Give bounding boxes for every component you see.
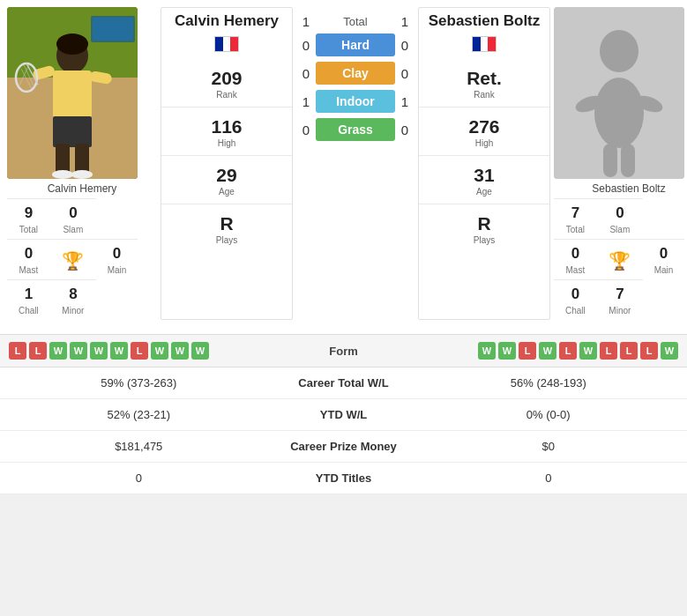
clay-button[interactable]: Clay — [316, 62, 395, 85]
form-badge-w: W — [171, 342, 189, 360]
career-prize-label: Career Prize Money — [265, 440, 423, 453]
career-wl-row: 59% (373-263) Career Total W/L 56% (248-… — [0, 367, 687, 399]
career-prize-p2: $0 — [423, 440, 675, 453]
grass-button[interactable]: Grass — [316, 118, 395, 141]
player2-stats-panel: Sebastien Boltz Ret. Rank 276 High 31 Ag… — [418, 7, 550, 320]
player1-photo-column: Calvin Hemery 9 Total 0 Slam 0 Mast — [7, 7, 157, 320]
grass-row: 0 Grass 0 — [296, 118, 414, 141]
player2-chall-minor-row: 0 Chall 7 Minor — [554, 280, 684, 321]
svg-rect-4 — [93, 18, 133, 41]
player1-slam-cell: 0 Slam — [50, 199, 96, 240]
player1-total-cell: 9 Total — [7, 199, 50, 240]
player2-high-block: 276 High — [419, 108, 549, 156]
indoor-button[interactable]: Indoor — [316, 90, 395, 113]
player1-rank-label: Rank — [216, 90, 236, 100]
player1-chall-minor-row: 1 Chall 8 Minor — [7, 280, 138, 321]
player1-stats-panel: Calvin Hemery 209 Rank 116 High 29 Age R… — [161, 7, 293, 320]
player2-stats-table: 7 Total 0 Slam 0 Mast 🏆 0 Main — [554, 198, 684, 320]
player1-photo — [7, 7, 138, 179]
form-badge-w: W — [151, 342, 168, 360]
player2-plays-block: R Plays — [419, 204, 549, 252]
player1-age-label: Age — [219, 187, 235, 197]
form-badge-w: W — [110, 342, 128, 360]
player2-flag — [472, 36, 497, 52]
player2-slam-cell: 0 Slam — [597, 199, 643, 240]
player2-rank-block: Ret. Rank — [419, 59, 549, 108]
player1-main-cell: 0 Main — [96, 240, 138, 280]
hard-score-p1: 0 — [296, 38, 316, 53]
player1-age-value: 29 — [216, 165, 236, 186]
player2-mast-main-row: 0 Mast 🏆 0 Main — [554, 240, 684, 280]
player1-high-label: High — [218, 138, 236, 148]
total-row: 1 Total 1 — [296, 7, 414, 31]
form-badge-w: W — [90, 342, 108, 360]
form-badge-w: W — [579, 342, 597, 360]
player2-age-label: Age — [476, 187, 492, 197]
player2-rank-label: Rank — [474, 90, 494, 100]
top-section: Calvin Hemery 9 Total 0 Slam 0 Mast — [0, 0, 687, 327]
form-badge-l: L — [29, 342, 47, 360]
career-prize-row: $181,475 Career Prize Money $0 — [0, 431, 687, 463]
form-badge-w: W — [70, 342, 87, 360]
form-badge-w: W — [191, 342, 209, 360]
form-badge-l: L — [9, 342, 26, 360]
clay-score-p2: 0 — [395, 66, 414, 81]
stats-rows: 59% (373-263) Career Total W/L 56% (248-… — [0, 367, 687, 494]
form-badge-w: W — [539, 342, 556, 360]
ytd-titles-p1: 0 — [13, 471, 265, 485]
grass-score-p1: 0 — [296, 122, 316, 137]
ytd-wl-p2: 0% (0-0) — [423, 408, 675, 421]
main-container: Calvin Hemery 9 Total 0 Slam 0 Mast — [0, 0, 687, 494]
ytd-titles-label: YTD Titles — [265, 471, 423, 485]
indoor-row: 1 Indoor 1 — [296, 90, 414, 113]
hard-row: 0 Hard 0 — [296, 33, 414, 56]
player1-plays-value: R — [220, 213, 233, 234]
player2-age-block: 31 Age — [419, 156, 549, 204]
player1-rank-block: 209 Rank — [161, 59, 292, 108]
clay-score-p1: 0 — [296, 66, 316, 81]
player1-total-slam-row: 9 Total 0 Slam — [7, 199, 138, 240]
player2-rank-value: Ret. — [467, 68, 502, 89]
career-wl-label: Career Total W/L — [265, 376, 423, 390]
player2-trophy-icon: 🏆 — [609, 251, 631, 271]
indoor-score-p2: 1 — [395, 94, 414, 109]
career-wl-p1: 59% (373-263) — [13, 376, 265, 390]
total-label: Total — [316, 15, 395, 28]
player2-photo — [554, 7, 684, 179]
player2-flag-box — [419, 36, 549, 52]
player2-high-value: 276 — [468, 116, 499, 137]
form-badge-w: W — [498, 342, 516, 360]
career-prize-p1: $181,475 — [13, 440, 265, 453]
form-badge-w: W — [661, 342, 678, 360]
ytd-wl-label: YTD W/L — [265, 408, 423, 421]
player1-high-block: 116 High — [161, 108, 292, 156]
player2-full-name: Sebastien Boltz — [419, 8, 549, 33]
player1-full-name: Calvin Hemery — [161, 8, 292, 33]
player1-chall-cell: 1 Chall — [7, 280, 50, 321]
player2-photo-svg — [554, 7, 684, 179]
svg-point-14 — [71, 170, 93, 179]
player2-total-cell: 7 Total — [554, 199, 597, 240]
player1-photo-svg — [7, 7, 138, 179]
svg-rect-10 — [53, 116, 92, 147]
clay-row: 0 Clay 0 — [296, 62, 414, 85]
hard-button[interactable]: Hard — [316, 33, 395, 56]
form-badge-l: L — [640, 342, 658, 360]
player1-trophy-cell: 🏆 — [50, 240, 96, 280]
player1-trophy-icon: 🏆 — [62, 251, 84, 271]
form-badge-l: L — [620, 342, 638, 360]
player2-name-below: Sebastien Boltz — [554, 179, 687, 198]
player2-mast-cell: 0 Mast — [554, 240, 597, 280]
player1-high-value: 116 — [211, 116, 242, 137]
ytd-titles-p2: 0 — [423, 471, 675, 485]
player2-plays-label: Plays — [474, 235, 495, 245]
svg-point-6 — [56, 33, 88, 55]
form-label: Form — [309, 345, 379, 358]
player2-age-value: 31 — [474, 165, 494, 186]
svg-rect-26 — [621, 144, 635, 177]
player2-minor-cell: 7 Minor — [597, 280, 643, 321]
ytd-wl-p1: 52% (23-21) — [13, 408, 265, 421]
player1-rank-value: 209 — [211, 68, 242, 89]
matchup-center: 1 Total 1 0 Hard 0 0 Clay 0 1 Indoor 1 — [296, 7, 414, 320]
svg-point-21 — [600, 30, 638, 72]
